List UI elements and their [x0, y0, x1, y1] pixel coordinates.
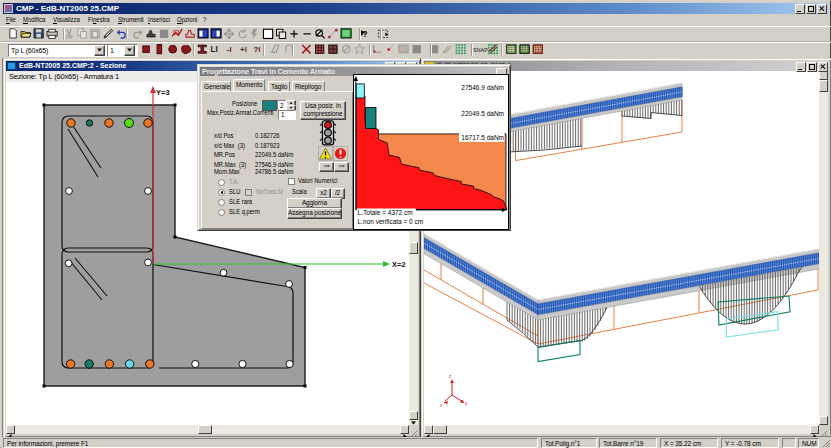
- svg-text:X=2: X=2: [392, 260, 406, 269]
- svg-text:y: y: [465, 401, 468, 406]
- svg-text:?: ?: [363, 30, 368, 39]
- svg-text:L.Totale = 4372 cm: L.Totale = 4372 cm: [358, 209, 413, 216]
- svg-text:-I: -I: [227, 45, 232, 54]
- svg-text:22049.5 daNm: 22049.5 daNm: [461, 110, 504, 117]
- svg-text:+I: +I: [240, 45, 247, 54]
- svg-text:SNAP: SNAP: [473, 47, 488, 53]
- svg-text:16717.5 daNm: 16717.5 daNm: [461, 134, 504, 141]
- svg-text:L.non verificata = 0 cm: L.non verificata = 0 cm: [358, 218, 424, 225]
- svg-text:27546.9 daNm: 27546.9 daNm: [461, 84, 504, 91]
- svg-text:Y=3: Y=3: [156, 88, 170, 97]
- svg-text:z: z: [449, 374, 452, 379]
- svg-text:LI: LI: [211, 45, 218, 54]
- svg-text:x: x: [440, 403, 443, 408]
- svg-text:?I: ?I: [253, 45, 260, 54]
